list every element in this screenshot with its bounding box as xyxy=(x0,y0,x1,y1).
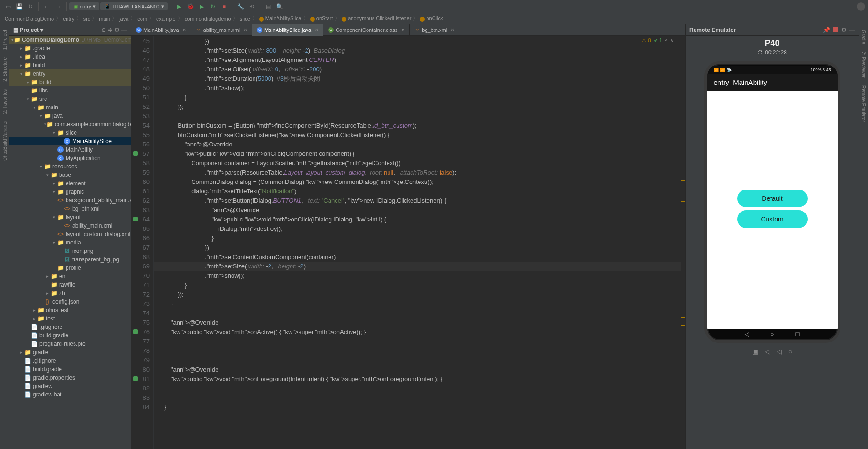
stop-emulator-icon[interactable] xyxy=(833,27,838,32)
nav-home-icon[interactable]: ◁ xyxy=(777,348,782,355)
tree-node[interactable]: ▾📁com.example.commondialogdemo xyxy=(9,120,131,129)
breadcrumb-item[interactable]: onClick xyxy=(418,15,445,21)
tree-node[interactable]: 📁libs xyxy=(9,86,131,95)
override-gutter-icon[interactable] xyxy=(133,376,138,381)
gear-icon[interactable]: ⚙ xyxy=(841,27,846,33)
editor-tab[interactable]: <>ability_main.xml× xyxy=(191,24,252,36)
tree-node[interactable]: ▸📁.gradle xyxy=(9,44,131,53)
sync-icon[interactable]: ⟲ xyxy=(247,1,257,12)
hide-icon[interactable]: — xyxy=(121,27,127,33)
tree-node[interactable]: ▾📁base xyxy=(9,171,131,179)
error-stripe[interactable] xyxy=(681,36,685,449)
tree-node[interactable]: {}config.json xyxy=(9,297,131,306)
tree-node[interactable]: <>bg_btn.xml xyxy=(9,205,131,213)
build-icon[interactable]: 🔧 xyxy=(235,1,246,12)
breadcrumb-item[interactable]: entry xyxy=(61,16,76,22)
device-combo[interactable]: 📱HUAWEI ANA-AN00▾ xyxy=(100,2,168,10)
override-gutter-icon[interactable] xyxy=(133,217,138,221)
account-avatar[interactable] xyxy=(857,2,865,11)
tree-node[interactable]: CMainAbility xyxy=(9,145,131,154)
editor-tab[interactable]: CMainAbility.java× xyxy=(131,24,191,36)
tree-node[interactable]: ▾📁slice xyxy=(9,129,131,137)
device-nav-bar[interactable]: ◁ ○ □ xyxy=(707,331,838,337)
editor-tab[interactable]: CComponentContainer.class× xyxy=(323,24,410,36)
breadcrumb-item[interactable]: slice xyxy=(238,16,252,22)
tool-window-button[interactable]: 1: Project xyxy=(2,30,7,50)
nav-back-icon[interactable]: ◁ xyxy=(744,331,750,337)
tree-node[interactable]: 📄build.gradle xyxy=(9,331,131,340)
tree-node[interactable]: ▾📁java xyxy=(9,112,131,120)
tool-window-button[interactable]: 2: Favorites xyxy=(2,89,7,114)
tree-node[interactable]: 📁profile xyxy=(9,264,131,272)
tree-node[interactable]: CMyApplication xyxy=(9,154,131,162)
breadcrumb-item[interactable]: commondialogdemo xyxy=(183,16,233,22)
tool-window-button[interactable]: 2: Structure xyxy=(2,57,7,82)
editor-tab[interactable]: <>bg_btn.xml× xyxy=(410,24,459,36)
tree-node[interactable]: 📄gradle.properties xyxy=(9,373,131,382)
tree-node[interactable]: ▸📁ohosTest xyxy=(9,306,131,314)
editor-code[interactable]: }) ."mth">setSize( width: 800, height: -… xyxy=(154,36,685,449)
tree-node[interactable]: ▸📁element xyxy=(9,179,131,188)
breadcrumb-item[interactable]: MainAbilitySlice xyxy=(257,15,303,21)
nav-recent-icon[interactable]: ○ xyxy=(788,348,792,355)
breadcrumb-item[interactable]: example xyxy=(154,16,178,22)
breadcrumb-item[interactable]: anonymous ClickedListener xyxy=(340,15,413,21)
breadcrumb-item[interactable]: src xyxy=(82,16,92,22)
run-icon[interactable]: ▶ xyxy=(174,1,184,12)
default-button[interactable]: Default xyxy=(737,190,808,207)
tree-node[interactable]: 📁rawfile xyxy=(9,281,131,289)
editor-tab[interactable]: CMainAbilitySlice.java× xyxy=(252,24,323,36)
tool-window-button[interactable]: OhosBuild Variants xyxy=(2,121,7,161)
refresh-icon[interactable]: ↻ xyxy=(25,1,36,12)
tree-node[interactable]: 📄.gitignore xyxy=(9,357,131,365)
structure-icon[interactable]: ▤ xyxy=(263,1,273,12)
nav-home-icon[interactable]: ○ xyxy=(769,331,776,337)
project-combo[interactable]: ▤ Project ▾ xyxy=(13,27,43,33)
tool-window-button[interactable]: Gradle xyxy=(861,30,866,44)
run-config-combo[interactable]: ▣entry▾ xyxy=(69,2,99,10)
tree-node[interactable]: 📄build.gradle xyxy=(9,365,131,373)
breadcrumb-item[interactable]: main xyxy=(97,16,112,22)
inspections-widget[interactable]: ⚠ 8 ✔ 1 ^∨ xyxy=(642,38,674,44)
gear-icon[interactable]: ⚙ xyxy=(114,27,120,33)
tree-node[interactable]: ▾📁resources xyxy=(9,162,131,171)
forward-icon[interactable]: → xyxy=(53,1,63,12)
tree-node[interactable]: ▾📁media xyxy=(9,238,131,247)
breadcrumb-item[interactable]: CommonDialogDemo xyxy=(3,16,56,22)
tree-node[interactable]: ▾📁src xyxy=(9,95,131,103)
tree-node[interactable]: ▾📁main xyxy=(9,103,131,112)
breadcrumb-item[interactable]: java xyxy=(117,16,130,22)
tree-node[interactable]: ▸📁.idea xyxy=(9,53,131,61)
breadcrumb-item[interactable]: com xyxy=(135,16,149,22)
tree-node[interactable]: ▾📁layout xyxy=(9,213,131,221)
profile-icon[interactable]: ↻ xyxy=(208,1,218,12)
app-body[interactable]: Default Custom xyxy=(707,91,838,329)
back-icon[interactable]: ← xyxy=(42,1,52,12)
tree-node[interactable]: ▸📁zh xyxy=(9,289,131,297)
tree-node[interactable]: 🖼transparent_bg.jpg xyxy=(9,255,131,264)
tree-node[interactable]: CMainAbilitySlice xyxy=(9,137,131,145)
select-open-file-icon[interactable]: ⊙ xyxy=(101,27,106,33)
tree-node[interactable]: ▸📁test xyxy=(9,314,131,323)
save-icon[interactable]: 💾 xyxy=(14,1,24,12)
tree-node[interactable]: ▾📁CommonDialogDemoD:\HMS_Demo\Common xyxy=(9,36,131,44)
hide-icon[interactable]: — xyxy=(849,27,855,33)
tree-node[interactable]: ▸📁build xyxy=(9,78,131,86)
tree-node[interactable]: <>ability_main.xml xyxy=(9,221,131,230)
custom-button[interactable]: Custom xyxy=(737,210,808,228)
tree-node[interactable]: <>background_ability_main.xml xyxy=(9,196,131,205)
tree-node[interactable]: ▸📁en xyxy=(9,272,131,281)
tree-node[interactable]: 📄gradlew xyxy=(9,382,131,390)
tool-window-button[interactable]: 2: Previewer xyxy=(861,52,866,78)
nav-back-icon[interactable]: ◁ xyxy=(765,348,770,355)
tree-node[interactable]: <>layout_custom_dialog.xml xyxy=(9,230,131,238)
pin-icon[interactable]: 📌 xyxy=(823,27,830,33)
override-gutter-icon[interactable] xyxy=(133,329,138,334)
screenshot-icon[interactable]: ▣ xyxy=(752,348,758,355)
tree-node[interactable]: 📄gradlew.bat xyxy=(9,390,131,399)
close-icon[interactable]: × xyxy=(244,27,247,33)
tree-node[interactable]: ▸📁gradle xyxy=(9,348,131,357)
stop-icon[interactable]: ■ xyxy=(219,1,229,12)
tree-node[interactable]: ▸📁build xyxy=(9,61,131,69)
debug-icon[interactable]: 🐞 xyxy=(185,1,195,12)
